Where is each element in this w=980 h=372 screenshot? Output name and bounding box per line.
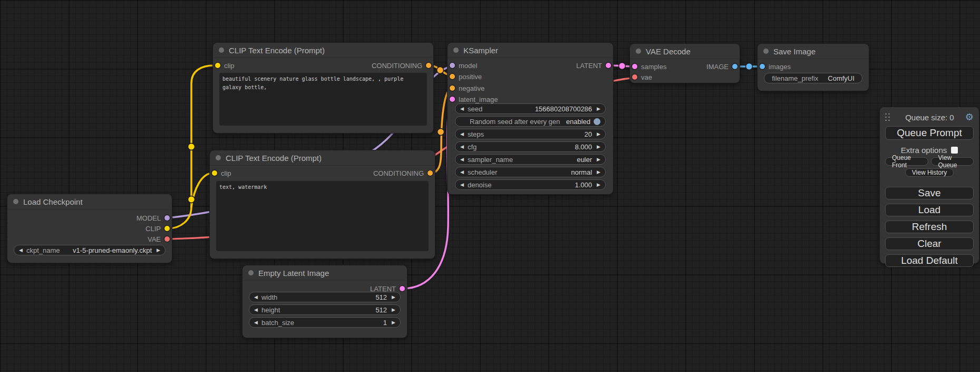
node-title-bar[interactable]: VAE Decode (630, 44, 740, 59)
collapse-dot-icon[interactable] (13, 199, 18, 204)
increment-arrow-icon[interactable]: ▶ (597, 132, 600, 137)
increment-arrow-icon[interactable]: ▶ (597, 145, 600, 149)
width-stepper[interactable]: ◀ width 512 ▶ (249, 292, 401, 302)
decrement-arrow-icon[interactable]: ◀ (460, 107, 464, 111)
negative-input-dot[interactable] (450, 85, 455, 91)
prompt-textarea[interactable]: beautiful scenery nature glass bottle la… (219, 73, 427, 126)
drag-handle-icon[interactable] (885, 113, 890, 121)
extra-options-checkbox[interactable] (951, 147, 958, 154)
positive-input-dot[interactable] (450, 74, 455, 79)
node-empty-latent-image[interactable]: Empty Latent Image LATENT ◀ width 512 ▶ … (242, 265, 407, 338)
load-button[interactable]: Load (885, 204, 974, 216)
model-input-dot[interactable] (450, 63, 455, 68)
node-title: CLIP Text Encode (Prompt) (226, 154, 322, 163)
decrement-arrow-icon[interactable]: ◀ (460, 157, 464, 162)
images-input-dot[interactable] (760, 64, 765, 69)
height-stepper[interactable]: ◀ height 512 ▶ (249, 304, 401, 315)
node-title-bar[interactable]: KSampler (448, 43, 613, 58)
steps-stepper[interactable]: ◀ steps 20 ▶ (455, 129, 606, 139)
widget-value: 156680208700286 (482, 105, 592, 113)
image-output-dot[interactable] (732, 64, 738, 69)
latent-image-input-dot[interactable] (450, 97, 455, 102)
widget-label: denoise (468, 181, 492, 189)
view-history-button[interactable]: View History (905, 168, 954, 177)
decrement-arrow-icon[interactable]: ◀ (19, 248, 23, 253)
clip-input-dot[interactable] (215, 63, 220, 68)
seed-stepper[interactable]: ◀ seed 156680208700286 ▶ (455, 103, 606, 114)
widget-value: enabled (560, 118, 590, 126)
save-button[interactable]: Save (885, 187, 974, 199)
refresh-button[interactable]: Refresh (885, 221, 974, 233)
widget-label: height (261, 306, 280, 314)
latent-output-dot[interactable] (606, 63, 611, 68)
vae-input-dot[interactable] (632, 74, 637, 80)
collapse-dot-icon[interactable] (636, 49, 641, 54)
increment-arrow-icon[interactable]: ▶ (392, 320, 395, 325)
gear-icon[interactable]: ⚙ (965, 112, 974, 122)
conditioning-output-dot[interactable] (428, 170, 433, 176)
decrement-arrow-icon[interactable]: ◀ (460, 170, 464, 175)
node-title: CLIP Text Encode (Prompt) (229, 46, 325, 55)
node-title-bar[interactable]: Load Checkpoint (7, 194, 172, 209)
node-clip-text-encode-positive[interactable]: CLIP Text Encode (Prompt) clip CONDITION… (213, 43, 433, 133)
collapse-dot-icon[interactable] (216, 155, 221, 160)
clip-output-dot[interactable] (164, 226, 170, 231)
decrement-arrow-icon[interactable]: ◀ (460, 145, 464, 149)
node-title-bar[interactable]: Empty Latent Image (242, 265, 407, 281)
conditioning-output-dot[interactable] (426, 63, 431, 68)
node-save-image[interactable]: Save Image images filename_prefix ComfyU… (758, 44, 869, 91)
queue-prompt-button[interactable]: Queue Prompt (885, 126, 974, 140)
denoise-stepper[interactable]: ◀ denoise 1.000 ▶ (455, 179, 606, 190)
collapse-dot-icon[interactable] (248, 270, 254, 275)
ckpt-name-combo[interactable]: ◀ ckpt_name v1-5-pruned-emaonly.ckpt ▶ (14, 245, 166, 255)
vae-output-dot[interactable] (164, 236, 170, 242)
increment-arrow-icon[interactable]: ▶ (597, 183, 600, 187)
widget-label: width (261, 293, 277, 301)
widget-label: steps (468, 130, 484, 138)
increment-arrow-icon[interactable]: ▶ (597, 157, 600, 162)
node-title-bar[interactable]: CLIP Text Encode (Prompt) (210, 150, 435, 166)
widget-label: seed (468, 105, 482, 113)
link-dot (188, 196, 195, 203)
samples-input-dot[interactable] (632, 64, 637, 69)
increment-arrow-icon[interactable]: ▶ (392, 308, 395, 312)
decrement-arrow-icon[interactable]: ◀ (254, 295, 258, 300)
queue-front-button[interactable]: Queue Front (885, 157, 928, 166)
model-output-dot[interactable] (164, 215, 170, 221)
node-clip-text-encode-negative[interactable]: CLIP Text Encode (Prompt) clip CONDITION… (210, 150, 435, 259)
decrement-arrow-icon[interactable]: ◀ (460, 132, 464, 137)
collapse-dot-icon[interactable] (219, 47, 224, 53)
load-default-button[interactable]: Load Default (885, 254, 974, 267)
decrement-arrow-icon[interactable]: ◀ (254, 308, 258, 312)
increment-arrow-icon[interactable]: ▶ (392, 295, 395, 300)
decrement-arrow-icon[interactable]: ◀ (460, 183, 464, 187)
output-label: LATENT (576, 62, 602, 70)
node-title-bar[interactable]: Save Image (758, 44, 869, 59)
increment-arrow-icon[interactable]: ▶ (597, 170, 600, 175)
sampler-name-combo[interactable]: ◀ sampler_name euler ▶ (455, 154, 606, 165)
collapse-dot-icon[interactable] (763, 49, 769, 54)
collapse-dot-icon[interactable] (453, 47, 459, 53)
scheduler-combo[interactable]: ◀ scheduler normal ▶ (455, 167, 606, 177)
input-label: samples (641, 63, 666, 71)
random-seed-toggle[interactable]: Random seed after every gen enabled (455, 116, 606, 127)
clip-input-dot[interactable] (212, 170, 217, 176)
decrement-arrow-icon[interactable]: ◀ (254, 320, 258, 325)
output-label: VAE (148, 235, 161, 243)
filename-prefix-field[interactable]: filename_prefix ComfyUI (764, 73, 862, 83)
view-queue-button[interactable]: View Queue (931, 157, 974, 166)
node-title-bar[interactable]: CLIP Text Encode (Prompt) (213, 43, 433, 58)
node-load-checkpoint[interactable]: Load Checkpoint MODEL CLIP VAE ◀ ckpt_na… (7, 194, 172, 263)
increment-arrow-icon[interactable]: ▶ (597, 107, 600, 111)
prompt-textarea[interactable]: text, watermark (216, 181, 429, 251)
batch-size-stepper[interactable]: ◀ batch_size 1 ▶ (249, 317, 401, 328)
latent-output-dot[interactable] (400, 286, 405, 291)
node-vae-decode[interactable]: VAE Decode samples IMAGE vae (630, 44, 740, 83)
node-ksampler[interactable]: KSampler model LATENT positive negative … (448, 43, 613, 194)
clear-button[interactable]: Clear (885, 237, 974, 250)
increment-arrow-icon[interactable]: ▶ (157, 248, 160, 253)
cfg-stepper[interactable]: ◀ cfg 8.000 ▶ (455, 141, 606, 152)
output-label: CONDITIONING (372, 62, 422, 70)
toggle-dot-icon[interactable] (594, 118, 600, 125)
link-dot (188, 144, 195, 150)
